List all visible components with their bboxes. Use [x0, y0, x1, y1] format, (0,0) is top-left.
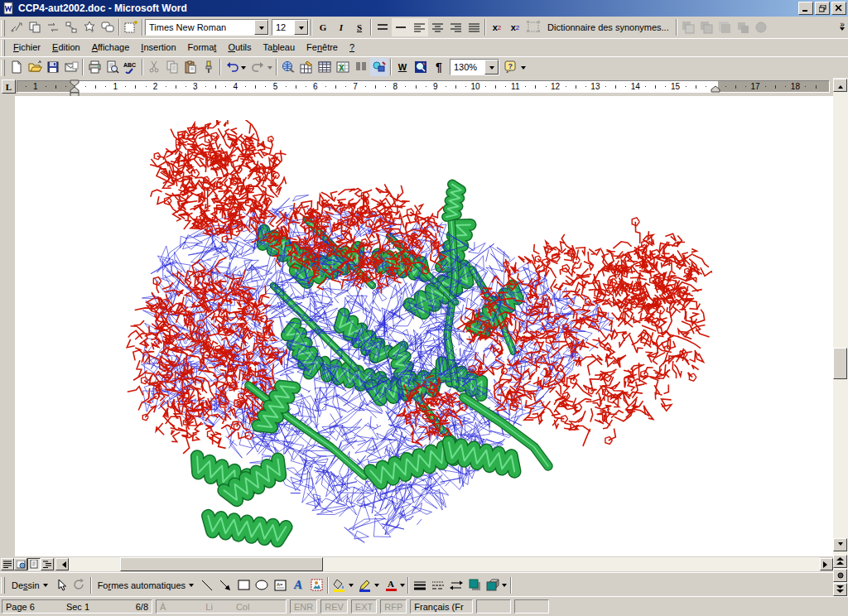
scroll-left-icon[interactable] — [55, 558, 69, 570]
line-color-icon[interactable] — [356, 576, 374, 594]
rectangle-tool-icon[interactable] — [234, 576, 253, 594]
dessin-menu-button[interactable]: Dessin — [7, 576, 52, 594]
select-browse-object-icon[interactable] — [833, 569, 847, 582]
toolbar-grip[interactable] — [1, 20, 5, 36]
insert-table-icon[interactable] — [316, 58, 334, 76]
insert-excel-icon[interactable]: X — [334, 58, 352, 76]
menu-?[interactable]: ? — [344, 40, 360, 55]
new-document-icon[interactable] — [7, 58, 26, 76]
indent-markers[interactable] — [70, 80, 79, 97]
menu-fichier[interactable]: Fichier — [7, 40, 46, 55]
subscript-button[interactable]: x2 — [506, 18, 524, 36]
status-language[interactable]: Français (Fr — [410, 599, 473, 614]
chevron-down-icon[interactable] — [254, 20, 268, 35]
frame-handles-icon[interactable] — [524, 18, 542, 36]
format-painter-icon[interactable] — [200, 58, 218, 76]
align-left-icon[interactable] — [410, 18, 428, 36]
menu-edition[interactable]: Edition — [46, 40, 86, 55]
horizontal-scrollbar[interactable] — [0, 556, 833, 572]
paste-icon[interactable] — [181, 58, 200, 76]
undo-dropdown-icon[interactable] — [241, 66, 246, 72]
chevron-down-icon[interactable] — [484, 60, 499, 75]
menu-format[interactable]: Format — [182, 40, 223, 55]
select-objects-icon[interactable] — [52, 576, 70, 594]
spacing-1-5-icon[interactable] — [373, 18, 392, 36]
text-box-tool-icon[interactable]: A= — [271, 576, 289, 594]
underline-button[interactable]: S — [350, 18, 369, 36]
fill-color-icon[interactable] — [330, 576, 349, 594]
save-icon[interactable] — [44, 58, 62, 76]
scrollbar-thumb[interactable] — [833, 348, 847, 379]
toolbar-grip[interactable] — [1, 40, 5, 56]
chevron-down-icon[interactable] — [294, 20, 308, 35]
restore-button[interactable] — [815, 2, 830, 15]
image-tool-4-icon[interactable] — [734, 18, 752, 36]
justify-icon[interactable] — [465, 18, 483, 36]
align-center-icon[interactable] — [428, 18, 446, 36]
ruler-band[interactable]: 12345678910111213141517181 — [17, 80, 830, 93]
undo-icon[interactable] — [223, 58, 241, 76]
minimize-button[interactable] — [798, 2, 813, 15]
redo-icon[interactable] — [249, 58, 267, 76]
normal-view-icon[interactable] — [1, 558, 14, 570]
insert-hyperlink-icon[interactable] — [279, 58, 297, 76]
custom-tool-4-icon[interactable] — [62, 18, 80, 36]
line-color-dropdown-icon[interactable] — [374, 584, 379, 590]
three-d-style-icon[interactable] — [484, 576, 502, 594]
arrow-tool-icon[interactable] — [216, 576, 234, 594]
font-color-dropdown-icon[interactable] — [400, 584, 405, 590]
print-icon[interactable] — [85, 58, 104, 76]
next-page-icon[interactable] — [833, 583, 847, 596]
insert-clipart-icon[interactable] — [307, 576, 325, 594]
menu-fentre[interactable]: Fenêtre — [301, 40, 344, 55]
redo-dropdown-icon[interactable] — [267, 66, 272, 72]
wordart-icon[interactable]: A — [289, 576, 307, 594]
zoom-combo[interactable]: 130% — [450, 59, 499, 75]
synonyms-button[interactable]: Dictionnaire des synonymes... — [542, 18, 674, 36]
superscript-button[interactable]: x2 — [488, 18, 506, 36]
status-rev-mode[interactable]: REV — [320, 599, 348, 614]
insert-frame-icon[interactable] — [122, 18, 140, 36]
hscrollbar-thumb[interactable] — [120, 557, 323, 571]
tab-selector[interactable]: L — [2, 79, 16, 94]
copy-icon[interactable] — [163, 58, 181, 76]
help-icon[interactable]: ? — [501, 58, 519, 76]
custom-tool-2-icon[interactable] — [26, 18, 44, 36]
print-preview-icon[interactable] — [104, 58, 122, 76]
dash-style-icon[interactable] — [429, 576, 447, 594]
show-hide-pilcrow-button[interactable]: ¶ — [430, 58, 448, 76]
image-tool-5-icon[interactable] — [752, 18, 770, 36]
scroll-down-icon[interactable] — [833, 538, 847, 551]
font-name-combo[interactable]: Times New Roman — [145, 19, 269, 36]
scroll-up-icon[interactable] — [833, 79, 847, 92]
custom-tool-1-icon[interactable] — [7, 18, 26, 36]
image-tool-1-icon[interactable] — [679, 18, 697, 36]
autoshapes-menu-button[interactable]: Formes automatiques — [94, 576, 198, 594]
web-layout-view-icon[interactable] — [14, 558, 27, 570]
align-right-icon[interactable] — [446, 18, 465, 36]
font-size-combo[interactable]: 12 — [272, 19, 309, 36]
shadow-style-icon[interactable] — [465, 576, 484, 594]
menu-outils[interactable]: Outils — [222, 40, 257, 55]
scroll-right-icon[interactable] — [820, 558, 833, 570]
line-style-icon[interactable] — [411, 576, 429, 594]
toolbar-options-icon[interactable] — [521, 66, 526, 72]
status-ext-mode[interactable]: EXT — [351, 599, 377, 614]
columns-icon[interactable] — [352, 58, 370, 76]
arrow-style-icon[interactable] — [447, 576, 465, 594]
drawing-button-icon[interactable] — [370, 58, 388, 76]
word-w-button[interactable]: W — [393, 58, 412, 76]
bold-button[interactable]: G — [314, 18, 332, 36]
menu-insertion[interactable]: Insertion — [135, 40, 181, 55]
mail-icon[interactable] — [62, 58, 80, 76]
title-bar[interactable]: CCP4-aut2002.doc - Microsoft Word — [0, 0, 848, 17]
open-icon[interactable] — [26, 58, 44, 76]
line-tool-icon[interactable] — [198, 576, 216, 594]
status-rec-mode[interactable]: ENR — [290, 599, 317, 614]
menu-tableau[interactable]: Tableau — [258, 40, 301, 55]
print-layout-view-icon[interactable] — [27, 558, 41, 570]
document-map-icon[interactable] — [412, 58, 430, 76]
tables-borders-icon[interactable] — [297, 58, 316, 76]
oval-tool-icon[interactable] — [253, 576, 271, 594]
document-area[interactable] — [0, 96, 833, 556]
